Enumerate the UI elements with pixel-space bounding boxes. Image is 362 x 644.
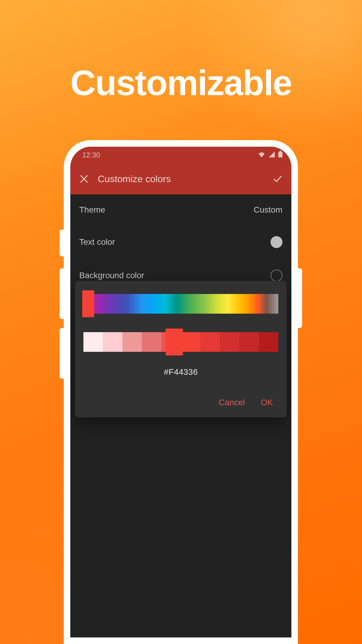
- background-color-swatch: [271, 270, 282, 281]
- check-icon[interactable]: [272, 174, 283, 184]
- cancel-button[interactable]: Cancel: [219, 398, 245, 407]
- dialog-actions: Cancel OK: [83, 398, 278, 411]
- phone-side-button: [60, 328, 64, 379]
- shade-cell[interactable]: [200, 332, 220, 352]
- battery-icon: [278, 151, 282, 159]
- shade-cell[interactable]: [239, 332, 259, 352]
- phone-frame: 12:30 Customize colors: [64, 140, 298, 644]
- phone-screen: 12:30 Customize colors: [70, 147, 291, 637]
- app-bar-title: Customize colors: [98, 174, 264, 185]
- shade-cell[interactable]: [122, 332, 142, 352]
- hue-slider[interactable]: [83, 294, 278, 314]
- shade-cell[interactable]: [142, 332, 161, 352]
- svg-rect-0: [279, 151, 281, 152]
- promo-headline: Customizable: [0, 63, 362, 103]
- settings-content: Theme Custom Text color Background color: [70, 194, 291, 637]
- shade-cell[interactable]: [220, 332, 239, 352]
- shade-cell[interactable]: [181, 332, 200, 352]
- shade-slider[interactable]: [83, 332, 278, 352]
- phone-side-button: [298, 268, 302, 328]
- shade-slider-thumb[interactable]: [166, 329, 183, 355]
- signal-icon: [269, 151, 275, 159]
- phone-side-button: [60, 230, 64, 256]
- svg-rect-1: [278, 152, 282, 157]
- text-color-swatch: [271, 236, 282, 248]
- phone-side-button: [60, 268, 64, 319]
- close-icon[interactable]: [79, 174, 89, 184]
- shade-cell[interactable]: [259, 332, 278, 352]
- status-bar: 12:30: [70, 147, 291, 163]
- text-color-label: Text color: [79, 237, 115, 247]
- hex-value[interactable]: #F44336: [83, 367, 278, 377]
- background-color-label: Background color: [79, 271, 144, 280]
- text-color-row[interactable]: Text color: [70, 225, 291, 259]
- app-bar: Customize colors: [70, 163, 291, 194]
- wifi-icon: [258, 151, 265, 159]
- color-picker-dialog: #F44336 Cancel OK: [75, 281, 287, 417]
- hue-slider-thumb[interactable]: [82, 290, 94, 317]
- theme-label: Theme: [79, 205, 105, 215]
- status-time: 12:30: [82, 151, 100, 159]
- theme-row[interactable]: Theme Custom: [70, 194, 291, 225]
- ok-button[interactable]: OK: [261, 398, 273, 407]
- shade-cell[interactable]: [83, 332, 103, 352]
- shade-cell[interactable]: [103, 332, 122, 352]
- theme-value: Custom: [254, 205, 282, 215]
